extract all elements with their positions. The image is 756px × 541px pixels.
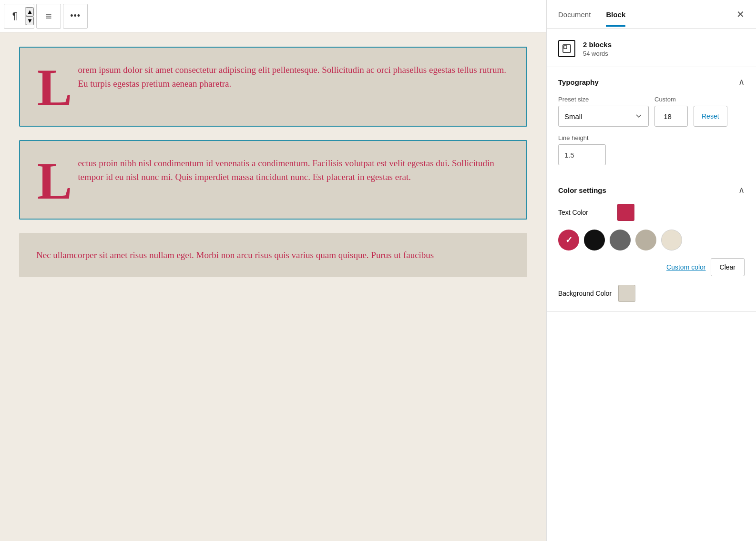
block-3[interactable]: Nec ullamcorper sit amet risus nullam eg…: [19, 233, 527, 277]
sidebar: Document Block ✕ 2 blocks 54 words Typog…: [546, 0, 756, 541]
block-count: 2 blocks: [583, 40, 612, 49]
block-text-1: orem ipsum dolor sit amet consectetur ad…: [78, 63, 509, 110]
word-count: 54 words: [583, 50, 612, 57]
list-view-button[interactable]: ≡: [36, 4, 61, 29]
swatch-off-white[interactable]: [661, 230, 682, 250]
block-info: 2 blocks 54 words: [547, 29, 756, 67]
clear-button[interactable]: Clear: [711, 258, 745, 276]
typography-header: Typography ∧: [558, 77, 745, 87]
color-actions: Custom color Clear: [558, 258, 745, 276]
background-color-swatch[interactable]: [618, 285, 635, 302]
drop-cap-1: L: [37, 66, 72, 110]
custom-color-button[interactable]: Custom color: [666, 263, 705, 271]
typography-title: Typography: [558, 78, 599, 86]
sidebar-header: Document Block ✕: [547, 0, 756, 29]
background-color-row: Background Color: [558, 285, 745, 302]
custom-label: Custom: [654, 96, 688, 103]
text-color-row: Text Color: [558, 204, 745, 221]
color-settings-header: Color settings ∧: [558, 185, 745, 195]
block-2[interactable]: L ectus proin nibh nisl condimentum id v…: [19, 140, 527, 220]
preset-select-wrap: Small Medium Large Extra Large: [558, 106, 649, 127]
swatch-light-gray[interactable]: [635, 230, 656, 250]
paragraph-icon: ¶: [4, 4, 25, 29]
line-height-input[interactable]: [558, 144, 606, 165]
move-up-button[interactable]: ▲: [26, 7, 34, 16]
custom-size-input[interactable]: [654, 106, 688, 127]
move-down-button[interactable]: ▼: [26, 16, 34, 25]
editor-area: ¶ ▲ ▼ ≡ ••• L orem ipsum dolor sit amet …: [0, 0, 546, 541]
toolbar: ¶ ▲ ▼ ≡ •••: [0, 0, 546, 32]
block-1[interactable]: L orem ipsum dolor sit amet consectetur …: [19, 47, 527, 127]
more-options-button[interactable]: •••: [63, 4, 88, 29]
tab-block[interactable]: Block: [606, 2, 625, 27]
color-settings-panel: Color settings ∧ Text Color Custom color…: [547, 175, 756, 312]
block-icon: [558, 40, 575, 57]
preset-select[interactable]: Small Medium Large Extra Large: [558, 106, 649, 127]
drop-cap-2: L: [37, 159, 72, 204]
swatch-dark-gray[interactable]: [610, 230, 631, 250]
custom-col: Custom: [654, 96, 688, 127]
swatch-crimson[interactable]: [558, 230, 579, 250]
typo-size-row: Preset size Small Medium Large Extra Lar…: [558, 96, 745, 127]
block-text-3: Nec ullamcorper sit amet risus nullam eg…: [36, 248, 510, 262]
typography-toggle[interactable]: ∧: [738, 77, 745, 87]
line-height-label: Line height: [558, 134, 745, 141]
typography-panel: Typography ∧ Preset size Small Medium La…: [547, 67, 756, 175]
sidebar-tabs: Document Block: [558, 2, 736, 27]
paragraph-block-type[interactable]: ¶ ▲ ▼: [4, 4, 34, 29]
color-settings-title: Color settings: [558, 186, 606, 194]
preset-label: Preset size: [558, 96, 649, 103]
block-meta: 2 blocks 54 words: [583, 40, 612, 57]
preset-col: Preset size Small Medium Large Extra Lar…: [558, 96, 649, 127]
line-height-col: Line height: [558, 134, 745, 165]
close-button[interactable]: ✕: [736, 9, 745, 20]
line-height-row: Line height: [558, 134, 745, 165]
block-text-2: ectus proin nibh nisl condimentum id ven…: [78, 156, 509, 204]
color-settings-toggle[interactable]: ∧: [738, 185, 745, 195]
text-color-swatch[interactable]: [617, 204, 634, 221]
svg-rect-1: [564, 46, 567, 49]
text-color-label: Text Color: [558, 209, 611, 216]
tab-document[interactable]: Document: [558, 2, 591, 27]
background-color-label: Background Color: [558, 290, 612, 297]
reset-button[interactable]: Reset: [694, 106, 727, 127]
editor-content: L orem ipsum dolor sit amet consectetur …: [0, 32, 546, 541]
swatch-black[interactable]: [584, 230, 605, 250]
color-swatches-row: [558, 230, 745, 250]
